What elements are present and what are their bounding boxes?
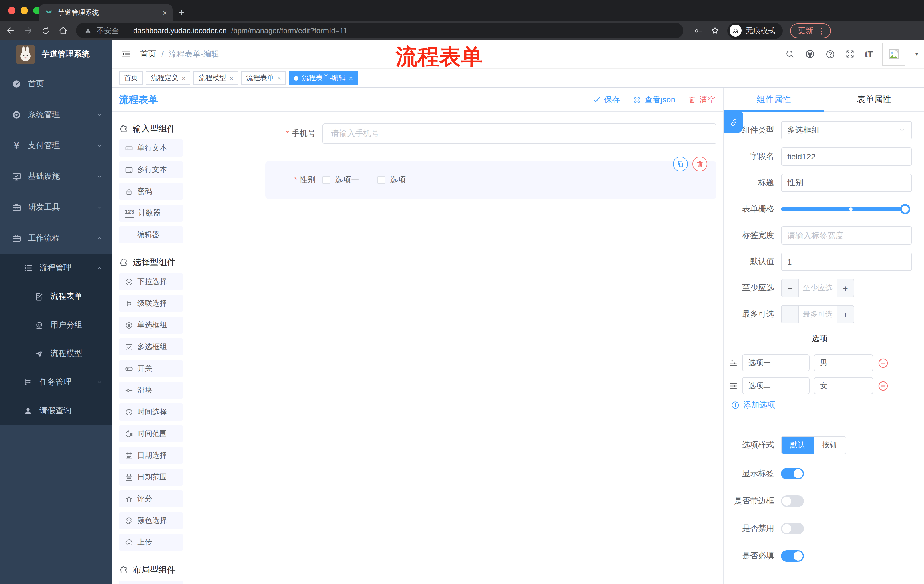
github-icon[interactable] — [805, 49, 816, 59]
data-bind-link-button[interactable] — [724, 112, 743, 133]
field-name-input[interactable] — [781, 147, 912, 166]
delete-component-button[interactable] — [693, 156, 707, 171]
remove-option-icon[interactable] — [877, 357, 889, 369]
disabled-toggle[interactable] — [781, 523, 804, 534]
sidebar-item-infra[interactable]: 基础设施 — [0, 161, 112, 192]
palette-item-radio-group[interactable]: 单选框组 — [119, 317, 183, 334]
required-toggle[interactable] — [781, 550, 804, 562]
tag-close-icon[interactable]: × — [182, 74, 186, 81]
sidebar-item-system[interactable]: 系统管理 — [0, 99, 112, 130]
default-value-input[interactable] — [781, 253, 912, 271]
save-button[interactable]: 保存 — [592, 95, 620, 105]
remove-option-icon[interactable] — [877, 380, 889, 392]
gender-option1-checkbox[interactable]: 选项一 — [322, 175, 359, 185]
browser-menu-icon[interactable]: ⋮ — [818, 26, 826, 35]
palette-item-dropdown[interactable]: 下拉选择 — [119, 273, 183, 290]
tab-close-icon[interactable]: × — [163, 8, 167, 17]
fullscreen-icon[interactable] — [845, 49, 855, 59]
form-grid-slider[interactable] — [781, 207, 905, 211]
palette-item-checkbox-group[interactable]: 多选框组 — [119, 338, 183, 355]
stepper-decrease-button[interactable]: − — [782, 280, 799, 296]
sidebar-item-task-mgmt[interactable]: 任务管理 — [0, 368, 112, 396]
window-close-button[interactable] — [8, 7, 15, 14]
palette-item-rate[interactable]: 评分 — [119, 490, 183, 507]
palette-item-switch[interactable]: 开关 — [119, 360, 183, 377]
tag-process-form[interactable]: 流程表单 × — [241, 71, 286, 85]
palette-item-row-container[interactable]: 行容器 — [119, 581, 183, 584]
tag-home[interactable]: 首页 — [119, 71, 143, 85]
help-icon[interactable] — [825, 49, 836, 59]
sidebar-item-process-form[interactable]: 流程表单 — [0, 282, 112, 311]
duplicate-component-button[interactable] — [673, 156, 688, 171]
canvas-field-phone[interactable]: 手机号 请输入手机号 — [265, 123, 716, 144]
clear-button[interactable]: 清空 — [688, 95, 715, 105]
component-type-select[interactable]: 多选框组 — [781, 121, 912, 140]
sidebar-item-leave-query[interactable]: 请假查询 — [0, 396, 112, 425]
sidebar-item-process-model[interactable]: 流程模型 — [0, 339, 112, 368]
font-size-icon[interactable]: tT — [865, 49, 873, 59]
search-icon[interactable] — [785, 49, 795, 59]
slider-handle[interactable] — [900, 204, 910, 214]
max-select-value[interactable]: 最多可选 — [799, 306, 837, 323]
option2-label-input[interactable] — [742, 377, 810, 394]
breadcrumb-home[interactable]: 首页 — [140, 49, 156, 59]
style-button-button[interactable]: 按钮 — [813, 437, 846, 454]
window-minimize-button[interactable] — [21, 7, 28, 14]
stepper-decrease-button[interactable]: − — [782, 306, 799, 323]
palette-item-cascader[interactable]: 级联选择 — [119, 295, 183, 312]
stepper-increase-button[interactable]: + — [837, 306, 854, 323]
form-canvas[interactable]: 手机号 请输入手机号 性别 — [259, 112, 723, 584]
palette-item-slider[interactable]: 滑块 — [119, 382, 183, 399]
back-icon[interactable] — [6, 26, 15, 35]
tab-component-props[interactable]: 组件属性 — [724, 88, 824, 112]
show-label-toggle[interactable] — [781, 468, 804, 479]
new-tab-button[interactable]: + — [178, 5, 185, 20]
option2-value-input[interactable] — [813, 377, 873, 394]
sidebar-item-devtools[interactable]: 研发工具 — [0, 192, 112, 223]
tab-form-props[interactable]: 表单属性 — [824, 88, 924, 112]
tag-close-icon[interactable]: × — [349, 74, 353, 81]
palette-item-date-range[interactable]: 日期范围 — [119, 469, 183, 486]
palette-item-time-picker[interactable]: 时间选择 — [119, 403, 183, 421]
avatar-caret-icon[interactable]: ▾ — [915, 50, 918, 58]
sidebar-item-user-group[interactable]: 用户分组 — [0, 311, 112, 339]
update-button[interactable]: 更新 ⋮ — [790, 23, 831, 38]
password-key-icon[interactable] — [693, 26, 703, 35]
palette-item-multi-line-text[interactable]: 多行文本 — [119, 161, 183, 178]
option1-value-input[interactable] — [813, 354, 873, 372]
add-option-button[interactable]: 添加选项 — [731, 400, 912, 410]
border-toggle[interactable] — [781, 495, 804, 507]
home-icon[interactable] — [58, 26, 68, 35]
drag-handle-icon[interactable] — [728, 381, 738, 391]
style-default-button[interactable]: 默认 — [782, 437, 813, 454]
option1-label-input[interactable] — [742, 354, 810, 372]
sidebar-item-home[interactable]: 首页 — [0, 69, 112, 99]
label-width-input[interactable] — [781, 226, 912, 245]
tag-process-model[interactable]: 流程模型 × — [193, 71, 238, 85]
gender-option2-checkbox[interactable]: 选项二 — [377, 175, 414, 185]
browser-tab[interactable]: 芋道管理系统 × — [39, 4, 173, 21]
canvas-field-gender-selected[interactable]: 性别 选项一 选项二 — [265, 161, 716, 199]
tag-close-icon[interactable]: × — [277, 74, 281, 81]
tag-close-icon[interactable]: × — [229, 74, 233, 81]
tag-process-form-edit[interactable]: 流程表单-编辑 × — [289, 71, 358, 85]
palette-item-counter[interactable]: 123计数器 — [119, 204, 183, 222]
phone-input[interactable]: 请输入手机号 — [322, 123, 716, 144]
avatar[interactable] — [883, 43, 906, 66]
sidebar-item-payment[interactable]: ¥ 支付管理 — [0, 130, 112, 161]
palette-item-color-picker[interactable]: 颜色选择 — [119, 512, 183, 529]
tag-process-definition[interactable]: 流程定义 × — [146, 71, 191, 85]
min-select-value[interactable]: 至少应选 — [799, 280, 837, 296]
sidebar-collapse-icon[interactable] — [112, 49, 140, 59]
palette-item-time-range[interactable]: 时间范围 — [119, 425, 183, 442]
not-secure-icon[interactable] — [84, 26, 92, 35]
forward-icon[interactable] — [23, 26, 33, 35]
palette-item-single-line-text[interactable]: 单行文本 — [119, 140, 183, 156]
sidebar-item-workflow[interactable]: 工作流程 — [0, 223, 112, 254]
title-input[interactable] — [781, 174, 912, 192]
reload-icon[interactable] — [41, 26, 50, 35]
bookmark-star-icon[interactable] — [710, 26, 720, 35]
palette-item-password[interactable]: 密码 — [119, 183, 183, 200]
address-bar[interactable]: 不安全 dashboard.yudao.iocoder.cn/bpm/manag… — [76, 23, 683, 38]
sidebar-logo[interactable]: 芋道管理系统 — [0, 40, 112, 69]
